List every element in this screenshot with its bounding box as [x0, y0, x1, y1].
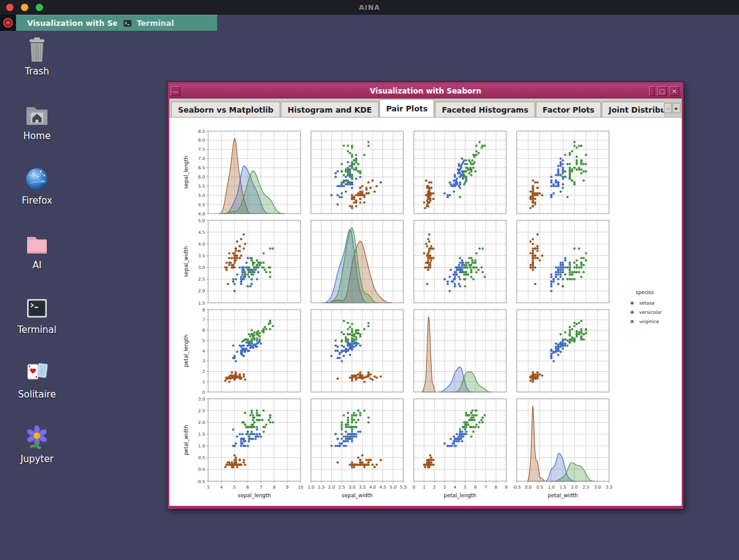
svg-text:9: 9 — [286, 485, 288, 490]
svg-text:2.0: 2.0 — [571, 485, 578, 490]
svg-text:8.0: 8.0 — [198, 138, 205, 143]
legend-item-setosa: setosa — [629, 298, 662, 308]
svg-text:5.5: 5.5 — [198, 184, 205, 189]
taskbar: Visualization with Se... Terminal — [0, 15, 217, 31]
tab-strip: Seaborn vs MatplotlibHistogram and KDEPa… — [169, 98, 664, 117]
svg-text:2.5: 2.5 — [198, 277, 205, 282]
svg-text:6.0: 6.0 — [198, 175, 205, 180]
svg-text:1.0: 1.0 — [307, 485, 314, 490]
svg-text:-0.5: -0.5 — [196, 479, 205, 484]
playing-cards-icon — [23, 359, 51, 387]
svg-text:4.5: 4.5 — [379, 485, 386, 490]
svg-text:1: 1 — [203, 380, 205, 385]
svg-text:2.5: 2.5 — [338, 485, 345, 490]
svg-text:7: 7 — [259, 485, 262, 490]
svg-text:5: 5 — [203, 338, 205, 343]
tab-label: Histogram and KDE — [288, 105, 372, 114]
subplot-sepal_width-vs-petal_length — [414, 220, 506, 303]
svg-text:1.0: 1.0 — [198, 444, 205, 449]
window-close-glyph: ✕ — [672, 88, 677, 95]
svg-text:1.5: 1.5 — [198, 432, 205, 437]
svg-text:5.0: 5.0 — [198, 218, 205, 223]
svg-text:3.5: 3.5 — [359, 485, 366, 490]
desktop-icon-label: AI — [5, 260, 69, 271]
svg-text:6: 6 — [246, 485, 249, 490]
legend-marker-virginica — [631, 320, 634, 323]
firefox-globe-icon — [23, 165, 51, 193]
terminal-icon — [123, 20, 132, 27]
tab-scroll-left-button[interactable]: ◂ — [664, 103, 672, 113]
svg-text:0.5: 0.5 — [198, 455, 205, 460]
svg-text:3.0: 3.0 — [349, 485, 355, 490]
svg-text:5.5: 5.5 — [400, 485, 406, 490]
desktop-icon-ai-folder[interactable]: AI — [5, 230, 69, 271]
svg-text:4.0: 4.0 — [369, 485, 376, 490]
subplot-petal_length-vs-petal_length — [414, 310, 506, 392]
desktop-icon-trash[interactable]: Trash — [5, 36, 69, 77]
subplot-petal_width-vs-petal_length: 0123456789petal_length — [413, 399, 507, 498]
tab-faceted-histograms[interactable]: Faceted Histograms — [435, 102, 535, 117]
tab-label: Faceted Histograms — [442, 105, 528, 114]
notebook-content: 4.04.55.05.56.06.57.07.58.08.5sepal_leng… — [169, 118, 682, 506]
desktop-icon-label: Home — [5, 130, 69, 142]
svg-text:2.5: 2.5 — [583, 485, 589, 490]
tab-histogram-and-kde[interactable]: Histogram and KDE — [281, 102, 379, 117]
window-shade-glyph: · — [651, 88, 653, 94]
window-close-button[interactable]: ✕ — [669, 86, 679, 96]
desktop-icon-home[interactable]: Home — [5, 100, 69, 142]
legend-item-versicolor: versicolor — [629, 308, 662, 317]
taskbar-item-terminal[interactable]: Terminal — [117, 15, 217, 31]
svg-text:0.5: 0.5 — [536, 485, 543, 490]
legend-marker-versicolor — [631, 311, 634, 314]
window-menu-button[interactable]: — — [171, 86, 180, 96]
svg-text:-0.5: -0.5 — [512, 485, 521, 490]
home-folder-icon — [23, 100, 51, 129]
trash-icon — [23, 36, 51, 64]
window-controls: · □ ✕ — [648, 86, 680, 96]
window-titlebar[interactable]: — Visualization with Seaborn · □ ✕ — [169, 84, 682, 98]
tab-scroll-arrows: ◂ ▸ — [664, 98, 682, 117]
legend-marker-setosa — [631, 302, 634, 305]
svg-text:8: 8 — [203, 308, 205, 313]
window-maximize-button[interactable]: □ — [657, 86, 667, 96]
desktop-icon-jupyter[interactable]: Jupyter — [5, 423, 69, 465]
legend-title: species — [636, 290, 662, 295]
svg-text:3: 3 — [203, 359, 205, 364]
subplot-sepal_length-vs-petal_width — [517, 131, 609, 214]
tab-pair-plots[interactable]: Pair Plots — [379, 99, 435, 117]
svg-text:4.5: 4.5 — [198, 230, 205, 235]
tab-scroll-right-button[interactable]: ▸ — [672, 103, 680, 113]
svg-text:5: 5 — [464, 485, 466, 490]
legend-item-virginica: virginica — [629, 317, 662, 326]
desktop-icon-solitaire[interactable]: Solitaire — [5, 359, 69, 400]
svg-text:8: 8 — [273, 485, 275, 490]
menubar-title: AINA — [0, 4, 739, 12]
svg-text:3: 3 — [207, 485, 209, 490]
tab-factor-plots[interactable]: Factor Plots — [536, 102, 601, 117]
svg-text:petal_length: petal_length — [183, 335, 189, 367]
svg-text:petal_length: petal_length — [444, 492, 477, 498]
svg-text:3.5: 3.5 — [605, 485, 612, 490]
taskbar-item-label: Terminal — [137, 18, 174, 28]
subplot-petal_length-vs-petal_width — [517, 310, 609, 392]
subplot-petal_width-vs-sepal_width: 1.01.52.02.53.03.54.04.55.05.5sepal_widt… — [307, 399, 406, 498]
desktop-icon-label: Trash — [5, 66, 69, 77]
flower-icon — [23, 423, 51, 452]
menubar: AINA — [0, 0, 739, 15]
tab-joint-distributions[interactable]: Joint Distributions — [602, 102, 664, 117]
svg-text:9: 9 — [505, 485, 507, 490]
desktop-icon-firefox[interactable]: Firefox — [5, 165, 69, 206]
taskbar-item-label: Visualization with Se... — [27, 18, 127, 28]
svg-text:2.0: 2.0 — [328, 485, 335, 490]
taskbar-item-visualization-window[interactable]: Visualization with Se... — [16, 15, 117, 31]
desktop-icon-terminal[interactable]: Terminal — [5, 294, 69, 335]
svg-text:3.5: 3.5 — [198, 254, 205, 258]
svg-text:3.0: 3.0 — [198, 265, 205, 270]
svg-text:7: 7 — [484, 485, 487, 490]
window-shade-button[interactable]: · — [649, 86, 655, 96]
svg-text:10: 10 — [298, 485, 304, 490]
svg-text:7.5: 7.5 — [198, 147, 205, 152]
tab-seaborn-vs-matplotlib[interactable]: Seaborn vs Matplotlib — [171, 102, 280, 117]
subplot-petal_width-vs-sepal_length: 345678910sepal_length-0.50.00.51.01.52.0… — [183, 397, 303, 499]
record-button[interactable] — [0, 15, 16, 31]
